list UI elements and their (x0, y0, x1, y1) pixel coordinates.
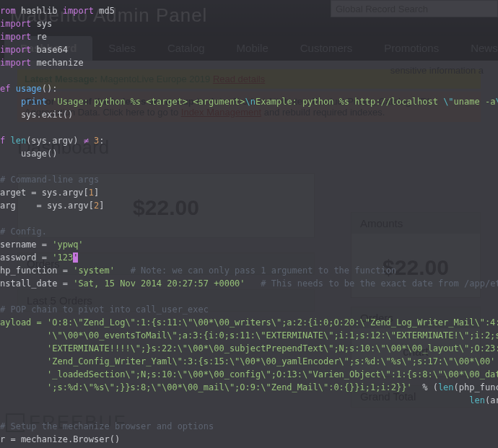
code-overlay: rom hashlib import md5 import sys import… (0, 0, 498, 448)
